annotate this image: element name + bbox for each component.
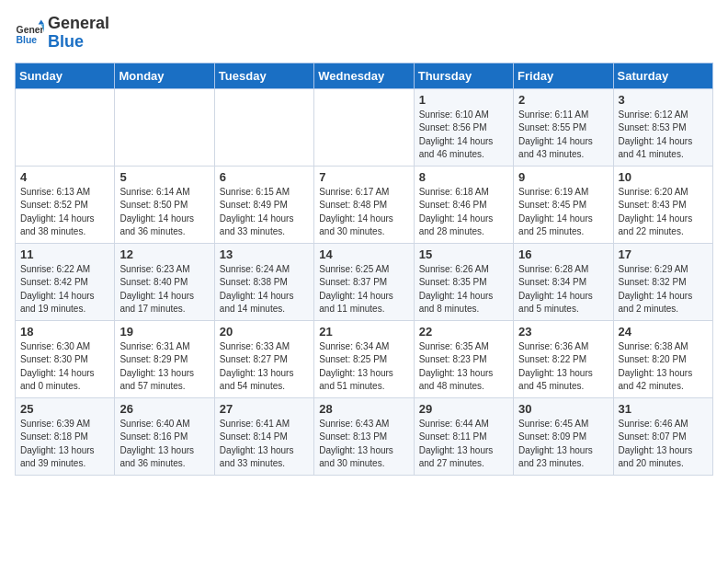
day-cell: 24Sunrise: 6:38 AM Sunset: 8:20 PM Dayli… (613, 320, 712, 397)
day-number: 15 (419, 247, 508, 261)
day-header-thursday: Thursday (414, 63, 513, 88)
day-info: Sunrise: 6:35 AM Sunset: 8:23 PM Dayligh… (419, 340, 508, 394)
day-header-monday: Monday (115, 63, 214, 88)
day-number: 28 (319, 402, 408, 416)
day-number: 22 (419, 325, 508, 339)
day-info: Sunrise: 6:25 AM Sunset: 8:37 PM Dayligh… (319, 263, 408, 316)
day-cell: 14Sunrise: 6:25 AM Sunset: 8:37 PM Dayli… (314, 243, 414, 320)
logo-text: General Blue (48, 15, 109, 52)
day-info: Sunrise: 6:10 AM Sunset: 8:56 PM Dayligh… (419, 109, 508, 162)
header: General Blue General Blue (15, 15, 713, 52)
day-number: 17 (619, 247, 708, 261)
day-number: 2 (518, 93, 608, 107)
day-cell: 15Sunrise: 6:26 AM Sunset: 8:35 PM Dayli… (414, 243, 513, 320)
day-cell: 1Sunrise: 6:10 AM Sunset: 8:56 PM Daylig… (414, 88, 513, 166)
day-number: 25 (20, 402, 109, 416)
day-info: Sunrise: 6:11 AM Sunset: 8:55 PM Dayligh… (518, 109, 608, 162)
day-cell: 6Sunrise: 6:15 AM Sunset: 8:49 PM Daylig… (214, 166, 313, 243)
day-info: Sunrise: 6:39 AM Sunset: 8:18 PM Dayligh… (20, 418, 109, 471)
day-number: 12 (119, 247, 209, 261)
day-cell: 29Sunrise: 6:44 AM Sunset: 8:11 PM Dayli… (414, 397, 513, 475)
day-number: 16 (518, 247, 608, 261)
day-cell: 16Sunrise: 6:28 AM Sunset: 8:34 PM Dayli… (514, 243, 613, 320)
day-cell: 21Sunrise: 6:34 AM Sunset: 8:25 PM Dayli… (314, 320, 414, 397)
day-header-saturday: Saturday (613, 63, 712, 88)
logo-icon: General Blue (15, 18, 44, 48)
day-cell: 28Sunrise: 6:43 AM Sunset: 8:13 PM Dayli… (314, 397, 414, 475)
day-number: 3 (619, 93, 708, 107)
day-number: 11 (20, 247, 109, 261)
day-cell: 19Sunrise: 6:31 AM Sunset: 8:29 PM Dayli… (115, 320, 214, 397)
day-number: 4 (20, 170, 109, 184)
day-number: 19 (119, 325, 209, 339)
day-number: 27 (220, 402, 309, 416)
day-number: 24 (619, 325, 708, 339)
day-cell: 11Sunrise: 6:22 AM Sunset: 8:42 PM Dayli… (16, 243, 115, 320)
day-cell: 25Sunrise: 6:39 AM Sunset: 8:18 PM Dayli… (16, 397, 115, 475)
day-number: 5 (119, 170, 209, 184)
day-cell (314, 88, 414, 166)
day-cell: 22Sunrise: 6:35 AM Sunset: 8:23 PM Dayli… (414, 320, 513, 397)
day-cell: 18Sunrise: 6:30 AM Sunset: 8:30 PM Dayli… (16, 320, 115, 397)
day-info: Sunrise: 6:33 AM Sunset: 8:27 PM Dayligh… (220, 340, 309, 394)
day-number: 29 (419, 402, 508, 416)
day-info: Sunrise: 6:46 AM Sunset: 8:07 PM Dayligh… (619, 418, 708, 471)
day-cell: 8Sunrise: 6:18 AM Sunset: 8:46 PM Daylig… (414, 166, 513, 243)
day-number: 6 (220, 170, 309, 184)
day-info: Sunrise: 6:28 AM Sunset: 8:34 PM Dayligh… (518, 263, 608, 316)
day-info: Sunrise: 6:30 AM Sunset: 8:30 PM Dayligh… (20, 340, 109, 394)
day-cell: 27Sunrise: 6:41 AM Sunset: 8:14 PM Dayli… (214, 397, 313, 475)
day-cell: 23Sunrise: 6:36 AM Sunset: 8:22 PM Dayli… (514, 320, 613, 397)
day-number: 14 (319, 247, 408, 261)
day-number: 1 (419, 93, 508, 107)
day-cell: 3Sunrise: 6:12 AM Sunset: 8:53 PM Daylig… (613, 88, 712, 166)
day-cell: 4Sunrise: 6:13 AM Sunset: 8:52 PM Daylig… (16, 166, 115, 243)
day-number: 21 (319, 325, 408, 339)
day-cell (115, 88, 214, 166)
day-info: Sunrise: 6:38 AM Sunset: 8:20 PM Dayligh… (619, 340, 708, 394)
day-cell: 20Sunrise: 6:33 AM Sunset: 8:27 PM Dayli… (214, 320, 313, 397)
day-info: Sunrise: 6:36 AM Sunset: 8:22 PM Dayligh… (518, 340, 608, 394)
day-header-friday: Friday (514, 63, 613, 88)
day-cell (16, 88, 115, 166)
day-cell: 5Sunrise: 6:14 AM Sunset: 8:50 PM Daylig… (115, 166, 214, 243)
week-row-2: 4Sunrise: 6:13 AM Sunset: 8:52 PM Daylig… (16, 166, 713, 243)
day-info: Sunrise: 6:23 AM Sunset: 8:40 PM Dayligh… (119, 263, 209, 316)
day-cell: 31Sunrise: 6:46 AM Sunset: 8:07 PM Dayli… (613, 397, 712, 475)
day-info: Sunrise: 6:24 AM Sunset: 8:38 PM Dayligh… (220, 263, 309, 316)
day-info: Sunrise: 6:19 AM Sunset: 8:45 PM Dayligh… (518, 186, 608, 239)
day-number: 18 (20, 325, 109, 339)
svg-text:Blue: Blue (17, 35, 38, 45)
day-number: 23 (518, 325, 608, 339)
week-row-3: 11Sunrise: 6:22 AM Sunset: 8:42 PM Dayli… (16, 243, 713, 320)
day-cell: 10Sunrise: 6:20 AM Sunset: 8:43 PM Dayli… (613, 166, 712, 243)
day-info: Sunrise: 6:34 AM Sunset: 8:25 PM Dayligh… (319, 340, 408, 394)
day-info: Sunrise: 6:13 AM Sunset: 8:52 PM Dayligh… (20, 186, 109, 239)
day-cell: 7Sunrise: 6:17 AM Sunset: 8:48 PM Daylig… (314, 166, 414, 243)
day-number: 26 (119, 402, 209, 416)
svg-text:General: General (17, 25, 44, 35)
day-number: 30 (518, 402, 608, 416)
day-header-tuesday: Tuesday (214, 63, 313, 88)
day-cell: 9Sunrise: 6:19 AM Sunset: 8:45 PM Daylig… (514, 166, 613, 243)
day-number: 13 (220, 247, 309, 261)
day-number: 9 (518, 170, 608, 184)
day-info: Sunrise: 6:26 AM Sunset: 8:35 PM Dayligh… (419, 263, 508, 316)
day-cell: 12Sunrise: 6:23 AM Sunset: 8:40 PM Dayli… (115, 243, 214, 320)
week-row-5: 25Sunrise: 6:39 AM Sunset: 8:18 PM Dayli… (16, 397, 713, 475)
day-number: 31 (619, 402, 708, 416)
day-header-sunday: Sunday (16, 63, 115, 88)
day-info: Sunrise: 6:44 AM Sunset: 8:11 PM Dayligh… (419, 418, 508, 471)
day-info: Sunrise: 6:14 AM Sunset: 8:50 PM Dayligh… (119, 186, 209, 239)
day-info: Sunrise: 6:18 AM Sunset: 8:46 PM Dayligh… (419, 186, 508, 239)
day-info: Sunrise: 6:22 AM Sunset: 8:42 PM Dayligh… (20, 263, 109, 316)
day-info: Sunrise: 6:15 AM Sunset: 8:49 PM Dayligh… (220, 186, 309, 239)
day-info: Sunrise: 6:45 AM Sunset: 8:09 PM Dayligh… (518, 418, 608, 471)
day-cell (214, 88, 313, 166)
day-cell: 26Sunrise: 6:40 AM Sunset: 8:16 PM Dayli… (115, 397, 214, 475)
day-info: Sunrise: 6:12 AM Sunset: 8:53 PM Dayligh… (619, 109, 708, 162)
logo: General Blue General Blue (15, 15, 109, 52)
day-info: Sunrise: 6:17 AM Sunset: 8:48 PM Dayligh… (319, 186, 408, 239)
day-cell: 13Sunrise: 6:24 AM Sunset: 8:38 PM Dayli… (214, 243, 313, 320)
day-info: Sunrise: 6:40 AM Sunset: 8:16 PM Dayligh… (119, 418, 209, 471)
